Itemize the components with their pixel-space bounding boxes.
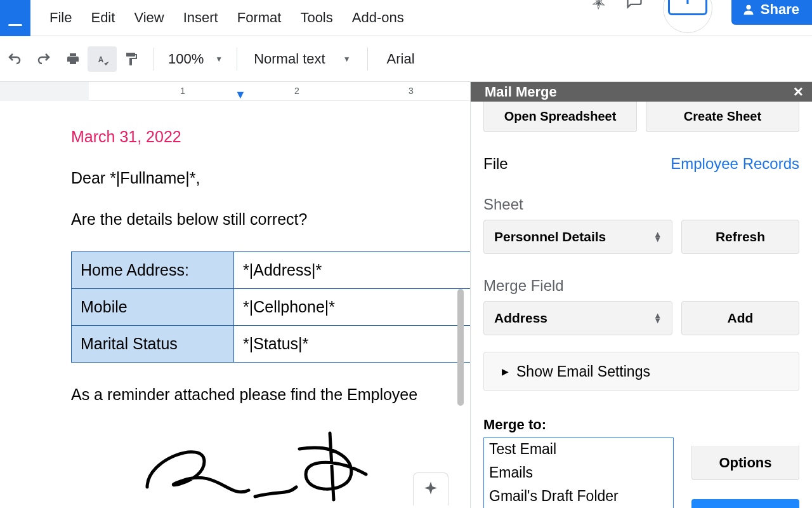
plus-icon: +	[683, 0, 693, 10]
docs-logo[interactable]	[0, 0, 30, 36]
panel-title: Mail Merge	[485, 84, 557, 100]
cell-value: *|Status|*	[234, 326, 471, 363]
menu-insert[interactable]: Insert	[183, 10, 218, 26]
redo-button[interactable]	[29, 46, 58, 72]
merge-button[interactable]: Merge	[691, 499, 799, 508]
triangle-right-icon: ▶	[502, 366, 509, 377]
menubar: File Edit View Insert Format Tools Add-o…	[0, 0, 812, 36]
history-icon[interactable]: ✭	[587, 0, 610, 15]
style-value: Normal text	[254, 51, 325, 67]
chevron-down-icon: ▼	[215, 55, 223, 64]
menu-file[interactable]: File	[49, 10, 72, 26]
table-row: Home Address: *|Address|*	[72, 252, 471, 289]
menu-tools[interactable]: Tools	[300, 10, 332, 26]
ruler[interactable]: 1 ▼ 2 3	[0, 82, 470, 101]
sort-arrows-icon: ▲▼	[653, 313, 662, 323]
greeting-text: Dear *|Fullname|*,	[71, 169, 470, 187]
mail-merge-panel: Mail Merge × Open Spreadsheet Create She…	[470, 82, 812, 508]
sheet-select[interactable]: Personnel Details ▲▼	[483, 220, 672, 254]
signature-image	[71, 427, 470, 505]
spellcheck-button[interactable]	[88, 46, 117, 72]
print-button[interactable]	[58, 46, 88, 72]
refresh-button[interactable]: Refresh	[681, 220, 799, 254]
sort-arrows-icon: ▲▼	[653, 232, 662, 242]
undo-button[interactable]	[0, 46, 29, 72]
ruler-tick-1: 1	[180, 86, 185, 96]
option-gmail-drafts[interactable]: Gmail's Draft Folder	[484, 485, 673, 508]
options-button[interactable]: Options	[691, 446, 799, 480]
person-icon	[742, 3, 756, 17]
menu-view[interactable]: View	[134, 10, 164, 26]
reminder-text: As a reminder attached please find the E…	[71, 385, 470, 404]
paint-format-button[interactable]	[117, 46, 146, 72]
table-row: Marital Status *|Status|*	[72, 326, 471, 363]
ruler-tick-2: 2	[294, 86, 299, 96]
sheet-value: Personnel Details	[494, 229, 606, 244]
file-label: File	[483, 155, 508, 173]
explore-icon	[421, 480, 440, 499]
file-link[interactable]: Employee Records	[671, 155, 799, 173]
scrollbar-thumb[interactable]	[457, 289, 464, 406]
ruler-tick-3: 3	[409, 86, 414, 96]
date-text: March 31, 2022	[71, 128, 470, 146]
zoom-value: 100%	[168, 51, 204, 67]
svg-point-0	[746, 4, 750, 9]
cell-label: Mobile	[72, 289, 234, 326]
merge-to-listbox[interactable]: Test Email Emails Gmail's Draft Folder L…	[483, 437, 674, 508]
document-body[interactable]: March 31, 2022 Dear *|Fullname|*, Are th…	[0, 101, 470, 505]
add-button[interactable]: Add	[681, 301, 799, 335]
panel-header: Mail Merge ×	[471, 82, 812, 102]
merge-to-label: Merge to:	[483, 417, 799, 433]
option-emails[interactable]: Emails	[484, 461, 673, 485]
menu-format[interactable]: Format	[237, 10, 282, 26]
cell-label: Home Address:	[72, 252, 234, 289]
field-value: Address	[494, 311, 547, 326]
explore-button[interactable]	[413, 472, 449, 505]
menu-list: File Edit View Insert Format Tools Add-o…	[49, 10, 404, 26]
close-icon[interactable]: ×	[794, 82, 803, 102]
merge-field-select[interactable]: Address ▲▼	[483, 301, 672, 335]
present-circle: +	[663, 0, 712, 33]
document-pane: 1 ▼ 2 3 March 31, 2022 Dear *|Fullname|*…	[0, 82, 470, 508]
cell-value: *|Address|*	[234, 252, 471, 289]
toolbar: 100% ▼ Normal text ▼ Arial	[0, 36, 812, 82]
merge-field-label: Merge Field	[483, 277, 799, 295]
cell-label: Marital Status	[72, 326, 234, 363]
create-sheet-button[interactable]: Create Sheet	[646, 102, 799, 132]
paragraph-style-dropdown[interactable]: Normal text ▼	[245, 51, 359, 67]
cell-value: *|Cellphone|*	[234, 289, 471, 326]
email-settings-label: Show Email Settings	[516, 363, 650, 380]
menu-edit[interactable]: Edit	[91, 10, 115, 26]
menu-addons[interactable]: Add-ons	[352, 10, 404, 26]
zoom-dropdown[interactable]: 100% ▼	[162, 51, 229, 67]
open-spreadsheet-button[interactable]: Open Spreadsheet	[483, 102, 637, 132]
indent-marker-icon[interactable]: ▼	[235, 88, 246, 102]
present-button[interactable]: +	[668, 0, 707, 15]
font-dropdown[interactable]: Arial	[376, 51, 426, 67]
option-test-email[interactable]: Test Email	[484, 438, 673, 461]
table-row: Mobile *|Cellphone|*	[72, 289, 471, 326]
share-button[interactable]: Share	[731, 0, 812, 25]
sheet-label: Sheet	[483, 196, 799, 213]
merge-fields-table: Home Address: *|Address|* Mobile *|Cellp…	[71, 251, 470, 363]
show-email-settings[interactable]: ▶ Show Email Settings	[483, 352, 799, 391]
comment-icon[interactable]	[625, 0, 644, 14]
chevron-down-icon: ▼	[343, 55, 351, 64]
share-label: Share	[761, 1, 799, 18]
question-text: Are the details below still correct?	[71, 210, 470, 229]
